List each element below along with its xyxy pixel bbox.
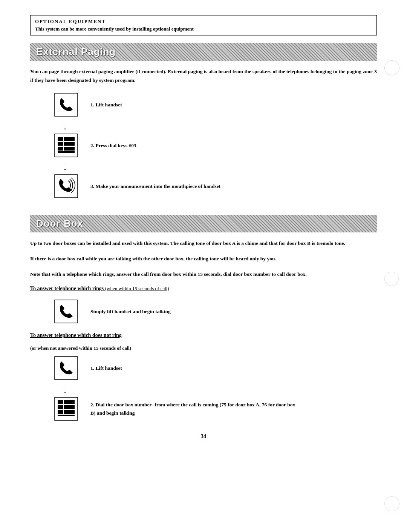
- svg-rect-4: [69, 137, 75, 141]
- no-ring-step-1-text: 1. Lift handset: [90, 365, 122, 371]
- door-box-header: Door Box: [30, 215, 377, 232]
- no-ring-step-1: 1. Lift handset: [53, 355, 377, 381]
- arrow-3: ↓: [63, 385, 377, 395]
- no-ring-step-2: 2. Dial the door box number -from where …: [53, 396, 377, 422]
- step-2-row: 2. Press dial keys #03: [53, 132, 377, 159]
- svg-rect-17: [58, 400, 63, 404]
- svg-rect-22: [69, 405, 75, 409]
- answer-no-ring-heading: To answer telephone which does not ring: [30, 332, 377, 338]
- arrow-2: ↓: [63, 163, 377, 172]
- svg-rect-14: [55, 300, 78, 323]
- external-paging-title: External Paging: [36, 46, 116, 57]
- svg-rect-12: [58, 151, 75, 152]
- svg-rect-13: [55, 175, 78, 198]
- decorative-circle-bottom: [384, 496, 399, 511]
- svg-rect-7: [69, 142, 75, 146]
- door-box-title: Door Box: [36, 218, 83, 229]
- svg-rect-15: [55, 357, 78, 380]
- answer-ring-step-text: Simply lift handset and begin talking: [90, 309, 171, 315]
- svg-rect-24: [64, 410, 69, 414]
- step-3-row: 3. Make your announcement into the mouth…: [53, 173, 377, 200]
- keypad-icon-2: [53, 396, 79, 422]
- answer-ring-steps: Simply lift handset and begin talking: [53, 298, 377, 325]
- answer-ring-heading: To answer telephone which rings (when wi…: [30, 286, 377, 292]
- announcement-icon: [53, 173, 79, 200]
- svg-rect-9: [64, 147, 69, 151]
- decorative-circle-top: [384, 60, 399, 75]
- external-paging-header: External Paging: [30, 43, 377, 61]
- svg-rect-19: [69, 400, 75, 404]
- door-box-body3: Note that with a telephone which rings, …: [30, 270, 377, 279]
- optional-title: OPTIONAL EQUIPMENT: [35, 18, 372, 25]
- svg-rect-21: [64, 405, 69, 409]
- svg-rect-25: [69, 410, 75, 414]
- step-3-text: 3. Make your announcement into the mouth…: [90, 183, 220, 189]
- step-1-row: 1. Lift handset: [53, 92, 377, 118]
- external-paging-steps: 1. Lift handset ↓: [53, 92, 377, 200]
- step-2-text: 2. Press dial keys #03: [90, 143, 136, 149]
- no-ring-step-2-text: 2. Dial the door box number -from where …: [90, 401, 301, 417]
- door-box-body1: Up to two door boxes can be installed an…: [30, 239, 377, 248]
- optional-equipment-box: OPTIONAL EQUIPMENT This system can be mo…: [30, 15, 377, 35]
- handset-icon-3: [53, 355, 79, 381]
- handset-icon-1: [53, 92, 79, 118]
- svg-rect-3: [64, 137, 69, 141]
- door-box-body2: If there is a door box call while you ar…: [30, 255, 377, 263]
- svg-rect-26: [58, 415, 75, 416]
- svg-rect-23: [58, 410, 63, 414]
- optional-description: This system can be more conveniently use…: [35, 26, 372, 32]
- decorative-circle-mid: [384, 272, 399, 286]
- keypad-icon: [53, 132, 79, 159]
- svg-rect-20: [58, 405, 63, 409]
- page-number: 34: [30, 434, 377, 440]
- svg-rect-10: [69, 147, 75, 151]
- external-paging-body: You can page through external paging amp…: [30, 68, 377, 85]
- answer-no-ring-sub: (or when not answered within 15 seconds …: [30, 345, 377, 351]
- svg-rect-6: [64, 142, 69, 146]
- arrow-1: ↓: [63, 122, 377, 132]
- svg-rect-0: [55, 93, 78, 116]
- no-ring-steps: 1. Lift handset ↓ 2. Dial the door box n…: [53, 355, 377, 422]
- handset-icon-2: [53, 298, 79, 325]
- svg-rect-18: [64, 400, 69, 404]
- svg-rect-5: [58, 142, 63, 146]
- svg-rect-8: [58, 147, 63, 151]
- step-1-text: 1. Lift handset: [90, 102, 122, 108]
- svg-rect-2: [58, 137, 63, 141]
- answer-ring-step-row: Simply lift handset and begin talking: [53, 298, 377, 325]
